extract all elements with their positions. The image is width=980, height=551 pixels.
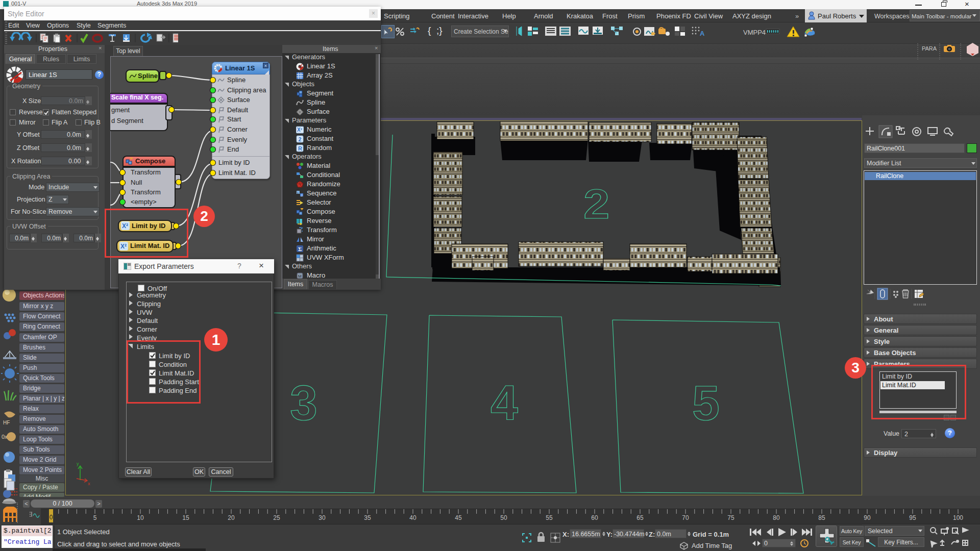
svg-text:2: 2 xyxy=(583,181,609,227)
svg-text:65: 65 xyxy=(636,514,644,521)
svg-text:95: 95 xyxy=(909,514,916,521)
svg-text:4: 4 xyxy=(491,375,518,431)
svg-text:10: 10 xyxy=(137,514,144,521)
svg-text:80: 80 xyxy=(773,514,780,521)
svg-text:M: M xyxy=(298,274,302,279)
svg-text:2: 2 xyxy=(301,194,303,197)
svg-text:35: 35 xyxy=(364,514,371,521)
svg-text:HF: HF xyxy=(3,420,10,425)
svg-text:0: 0 xyxy=(50,514,53,521)
svg-text:R: R xyxy=(298,145,302,152)
svg-text:Σ: Σ xyxy=(298,246,302,252)
svg-text:5: 5 xyxy=(692,375,720,431)
svg-text:30: 30 xyxy=(318,514,326,521)
svg-text:90: 90 xyxy=(864,514,871,521)
svg-text:75: 75 xyxy=(727,514,734,521)
svg-text:x: x xyxy=(88,481,90,486)
svg-text:50: 50 xyxy=(500,514,507,521)
svg-text:3: 3 xyxy=(290,375,317,431)
svg-text:45: 45 xyxy=(455,514,462,521)
svg-text:1: 1 xyxy=(297,191,299,194)
svg-text:2: 2 xyxy=(299,136,302,142)
svg-text:100: 100 xyxy=(953,514,963,521)
svg-text:20: 20 xyxy=(228,514,235,521)
svg-text:25: 25 xyxy=(273,514,280,521)
svg-text:15: 15 xyxy=(182,514,189,521)
svg-text:0x: 0x xyxy=(2,434,8,440)
svg-text:55: 55 xyxy=(546,514,553,521)
svg-text:A: A xyxy=(700,30,705,37)
svg-text:60: 60 xyxy=(591,514,598,521)
svg-text:y: y xyxy=(77,461,79,466)
svg-text:70: 70 xyxy=(682,514,689,521)
svg-text:X²: X² xyxy=(297,127,303,133)
svg-text:85: 85 xyxy=(818,514,825,521)
svg-text:5: 5 xyxy=(93,514,97,521)
svg-text:40: 40 xyxy=(409,514,416,521)
